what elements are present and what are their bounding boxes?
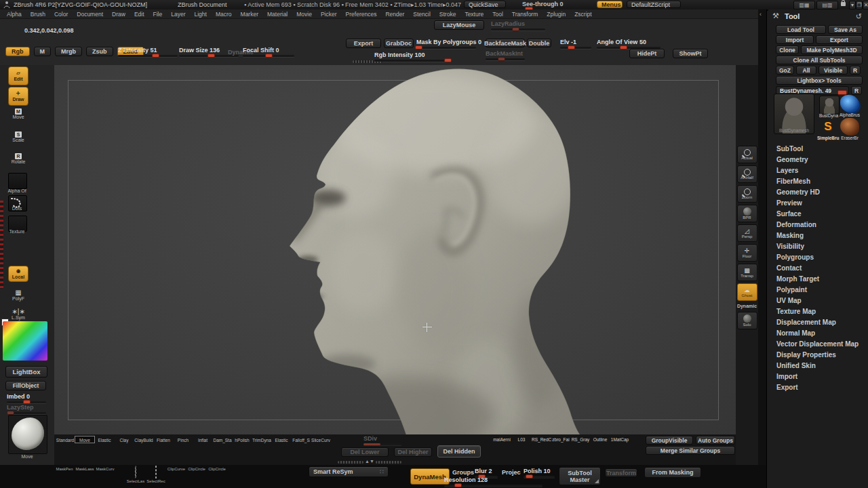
brush-thumbnail[interactable]: Elastic bbox=[272, 436, 291, 443]
goz-button[interactable]: GoZ bbox=[776, 66, 794, 75]
color-picker[interactable] bbox=[3, 321, 47, 361]
clone-button[interactable]: Clone bbox=[776, 45, 799, 54]
brush-thumbnail[interactable]: Falloff_S bbox=[292, 436, 311, 443]
quick-brush-thumbnail[interactable]: ClipCircle bbox=[186, 466, 207, 471]
right-shelf-button[interactable]: AAHalf bbox=[737, 165, 757, 183]
menu-item[interactable]: Color bbox=[54, 11, 68, 18]
menu-item[interactable]: Picker bbox=[321, 11, 337, 18]
brush-thumbnail[interactable]: Inflat bbox=[193, 436, 212, 443]
tool-subpalette-item[interactable]: Export bbox=[767, 382, 868, 393]
elv-slider[interactable]: Elv -1 bbox=[560, 39, 591, 49]
del-lower-button[interactable]: Del Lower bbox=[341, 447, 389, 457]
panel-dock-left-icon[interactable]: ▥▦ bbox=[793, 1, 815, 9]
brush-thumbnail[interactable]: TrimDyna bbox=[252, 436, 271, 443]
mode-button[interactable]: M bbox=[34, 47, 52, 56]
menu-item[interactable]: Zscript bbox=[574, 11, 592, 18]
edit-button[interactable]: ▱Edit bbox=[8, 66, 28, 85]
export-tool-button[interactable]: Export bbox=[816, 35, 863, 44]
right-shelf-button[interactable]: Actual bbox=[737, 146, 757, 163]
load-tool-button[interactable]: Load Tool bbox=[776, 25, 826, 34]
quick-pick-thumbnail[interactable] bbox=[840, 95, 859, 113]
sdiv-slider[interactable]: SDiv bbox=[363, 435, 401, 445]
right-shelf-button[interactable]: BPR bbox=[737, 205, 757, 222]
quick-pick-item[interactable]: BustDyna bbox=[767, 9, 768, 11]
move-button[interactable]: M Move bbox=[7, 107, 30, 119]
right-shelf-button[interactable]: Solo bbox=[737, 312, 757, 329]
quick-pick-thumbnail[interactable] bbox=[819, 96, 840, 115]
imbed-slider[interactable]: Imbed 0 bbox=[7, 393, 46, 403]
lazymouse-button[interactable]: LazyMouse bbox=[434, 20, 484, 30]
right-shelf-button[interactable]: Zoom bbox=[737, 185, 757, 203]
projec-toggle[interactable]: Projec bbox=[502, 469, 521, 476]
tool-subpalette-item[interactable]: Displacement Map bbox=[767, 317, 868, 328]
restore-button[interactable]: ❐ bbox=[856, 1, 863, 9]
focal-shift-slider[interactable]: Focal Shift 0 bbox=[243, 47, 294, 57]
brush-thumbnail[interactable]: Flatten bbox=[154, 436, 173, 443]
local-button[interactable]: ◉Local bbox=[8, 266, 28, 282]
quick-pick-thumbnail[interactable]: S bbox=[818, 118, 837, 136]
backmaskint-slider[interactable]: BackMaskInt bbox=[486, 50, 525, 60]
smart-resym-button[interactable]: Smart ReSym ∷ bbox=[309, 466, 389, 477]
tool-subpalette-item[interactable]: Deformation bbox=[767, 220, 868, 230]
lock-icon[interactable] bbox=[841, 0, 846, 7]
shelf-divider-red[interactable] bbox=[0, 201, 3, 289]
menu-item[interactable]: Material bbox=[267, 11, 288, 18]
brush-thumbnail[interactable]: Elastic bbox=[95, 436, 114, 443]
menu-item[interactable]: Marker bbox=[241, 11, 258, 18]
brush-thumbnail[interactable]: Move bbox=[75, 436, 94, 443]
material-thumbnail[interactable]: L03 bbox=[512, 436, 531, 442]
minimize-button[interactable]: ▾ bbox=[849, 1, 856, 9]
tool-subpalette-item[interactable]: Morph Target bbox=[767, 274, 868, 285]
palette-divider[interactable]: ‹ bbox=[758, 9, 766, 488]
tool-subpalette-item[interactable]: Polygroups bbox=[767, 252, 868, 263]
see-through-slider[interactable]: See-through 0 bbox=[522, 1, 580, 9]
from-masking-button[interactable]: From Masking bbox=[644, 467, 701, 478]
quick-brush-thumbnail[interactable]: SelectRec bbox=[146, 466, 166, 483]
brush-thumbnail[interactable]: ClayBuild bbox=[134, 436, 153, 443]
current-brush-preview[interactable] bbox=[8, 415, 47, 454]
groups-toggle[interactable]: Groups bbox=[452, 469, 474, 476]
brush-thumbnail[interactable]: SliceCurv bbox=[311, 436, 330, 443]
showpt-button[interactable]: ShowPt bbox=[673, 49, 708, 58]
menu-item[interactable]: Macro bbox=[216, 11, 232, 18]
tool-subpalette-item[interactable]: Surface bbox=[767, 209, 868, 220]
make-polymesh3d-button[interactable]: Make PolyMesh3D bbox=[801, 45, 863, 54]
mode-button[interactable]: Rgb bbox=[5, 47, 30, 56]
right-shelf-button[interactable]: ▩ Transp bbox=[737, 264, 757, 281]
quick-brush-thumbnail[interactable]: ClipCircle bbox=[207, 466, 227, 471]
material-thumbnail[interactable]: Outline bbox=[591, 436, 610, 442]
reset-icon[interactable]: ↺ bbox=[856, 12, 862, 21]
collapse-arrow-icon[interactable]: ‹ bbox=[760, 11, 762, 18]
menu-item[interactable]: Stencil bbox=[413, 11, 431, 18]
menu-item[interactable]: Texture bbox=[465, 11, 484, 18]
menu-item[interactable]: Layer bbox=[171, 11, 185, 18]
tool-subpalette-item[interactable]: UV Map bbox=[767, 296, 868, 306]
del-higher-button[interactable]: Del Higher bbox=[394, 447, 432, 457]
menu-item[interactable]: Draw bbox=[112, 11, 125, 18]
export-button[interactable]: Export bbox=[346, 39, 381, 48]
goz-all-button[interactable]: All bbox=[796, 66, 816, 75]
angle-of-view-slider[interactable]: Angle Of View 50 bbox=[597, 39, 660, 49]
backfacemask-button[interactable]: BackfaceMask bbox=[486, 39, 525, 47]
material-thumbnail[interactable]: 1MatCap bbox=[610, 436, 629, 442]
tool-subpalette-item[interactable]: Polypaint bbox=[767, 285, 868, 296]
tool-subpalette-item[interactable]: Preview bbox=[767, 198, 868, 209]
menu-item[interactable]: Tool bbox=[492, 11, 503, 18]
menu-item[interactable]: Preferences bbox=[346, 11, 377, 18]
menu-item[interactable]: Light bbox=[195, 11, 207, 18]
menu-item[interactable]: Alpha bbox=[7, 11, 22, 18]
draw-button[interactable]: ✛Draw bbox=[8, 87, 28, 106]
panel-dock-right-icon[interactable]: ▤▥ bbox=[816, 1, 838, 9]
quick-brush-thumbnail[interactable]: ClipCurve bbox=[166, 466, 186, 471]
import-tool-button[interactable]: Import bbox=[776, 35, 814, 44]
alpha-swatch[interactable] bbox=[8, 173, 27, 189]
menu-item[interactable]: Zplugin bbox=[547, 11, 566, 18]
resolution-slider[interactable]: Resolution 128 bbox=[444, 476, 542, 487]
right-shelf-button[interactable]: ✛ Floor bbox=[737, 244, 757, 262]
double-button[interactable]: Double bbox=[527, 39, 551, 47]
tool-subpalette-item[interactable]: Vector Displacement Map bbox=[767, 339, 868, 350]
menu-item[interactable]: Movie bbox=[296, 11, 312, 18]
clone-all-subtools-button[interactable]: Clone All SubTools bbox=[776, 56, 863, 64]
quick-brush-thumbnail[interactable]: MaskCurv bbox=[95, 466, 115, 471]
goz-visible-button[interactable]: Visible bbox=[818, 66, 848, 75]
